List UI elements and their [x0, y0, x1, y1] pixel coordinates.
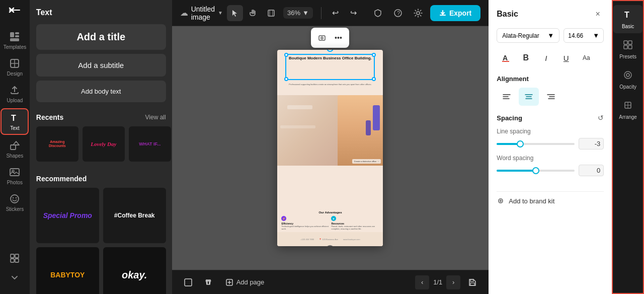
undo-button[interactable]: ↩ [328, 5, 344, 21]
text-panel: Text Add a title Add a subtitle Add body… [30, 0, 172, 294]
svg-rect-3 [15, 35, 19, 37]
align-center-button[interactable] [519, 88, 539, 106]
recent-card-1[interactable]: AmazingDiscounts [36, 126, 78, 162]
tab-basic[interactable]: T Basic [613, 5, 642, 33]
svg-text:A: A [503, 54, 508, 62]
align-left-button[interactable] [497, 88, 517, 106]
svg-rect-9 [11, 145, 16, 150]
file-dropdown-arrow[interactable]: ▼ [218, 10, 223, 16]
arrange-tab-icon [622, 100, 633, 112]
align-right-button[interactable] [541, 88, 561, 106]
svg-text:T: T [624, 11, 629, 19]
chevron-down-icon [9, 272, 20, 283]
right-sidebar: T Basic Presets Opacity [612, 0, 644, 294]
recommended-card-4[interactable]: okay. [103, 247, 166, 294]
page-prev-button[interactable]: ‹ [415, 275, 429, 289]
spacing-reset-button[interactable]: ↺ [598, 114, 604, 122]
word-spacing-label: Word spacing [497, 155, 604, 162]
page-next-button[interactable]: › [446, 275, 460, 289]
word-spacing-thumb[interactable] [532, 167, 539, 174]
cursor-tool-button[interactable] [227, 5, 243, 21]
hand-tool-button[interactable] [245, 5, 261, 21]
size-dropdown-arrow: ▼ [593, 32, 599, 39]
recents-header: Recents View all [36, 113, 166, 121]
sidebar-item-photos[interactable]: Photos [1, 164, 29, 188]
sidebar-item-extra[interactable] [1, 250, 29, 267]
upload-icon [9, 85, 20, 96]
sidebar-item-expand[interactable] [1, 269, 29, 286]
alignment-label: Alignment [497, 75, 604, 83]
panel-title: Text [36, 8, 166, 17]
add-body-button[interactable]: Add body text [36, 81, 166, 102]
svg-point-13 [11, 195, 19, 203]
font-size-select[interactable]: 14.66 ▼ [564, 28, 604, 43]
line-spacing-thumb[interactable] [517, 140, 524, 148]
recent-card-3[interactable]: WHAT IF... [129, 126, 171, 162]
word-spacing-value[interactable]: 0 [579, 165, 604, 176]
add-title-button[interactable]: Add a title [36, 24, 166, 50]
more-options-float-button[interactable]: ••• [331, 31, 345, 45]
help-button[interactable]: ? [390, 5, 406, 21]
canvas-document[interactable]: ↻ Boutique Modern Business Office Buildi… [277, 50, 383, 246]
svg-point-25 [417, 12, 420, 15]
sidebar-item-upload[interactable]: Upload [1, 82, 29, 106]
export-button[interactable]: Export [430, 5, 480, 21]
shield-icon-button[interactable] [370, 5, 386, 21]
app-logo[interactable] [6, 4, 24, 22]
save-button[interactable] [464, 274, 480, 290]
word-spacing-track[interactable] [497, 170, 575, 172]
word-spacing-row: Word spacing 0 [497, 155, 604, 176]
canvas-document-wrapper: ••• ↻ Boutique Modern Business Office Bu… [277, 50, 383, 246]
tab-arrange[interactable]: Arrange [613, 96, 642, 124]
sidebar-item-shapes[interactable]: Shapes [1, 137, 29, 162]
main-area: ☁ Untitled image ▼ [172, 0, 489, 294]
recommended-grid: Special Promo #Coffee Break BABYTOY okay… [36, 188, 166, 294]
sidebar-item-templates[interactable]: Templates [1, 28, 29, 53]
redo-button[interactable]: ↪ [346, 5, 362, 21]
underline-button[interactable]: U [557, 49, 575, 67]
top-tools: 36% ▼ ↩ ↪ [227, 5, 362, 21]
svg-rect-4 [10, 38, 19, 41]
settings-button[interactable] [410, 5, 426, 21]
recommended-header: Recommended [36, 175, 166, 183]
recent-card-2[interactable]: Lovely Day [83, 126, 125, 162]
screenshot-float-button[interactable] [315, 31, 329, 45]
text-color-button[interactable]: A [497, 49, 515, 67]
sidebar-item-stickers[interactable]: Stickers [1, 190, 29, 215]
divider [321, 7, 321, 19]
svg-rect-34 [470, 279, 473, 281]
left-toolbar: Templates Design Upload T Text [0, 0, 30, 294]
line-spacing-value[interactable]: -3 [579, 138, 604, 150]
svg-rect-1 [10, 32, 14, 37]
close-panel-button[interactable]: × [592, 8, 604, 20]
canvas-footer: +123 456 7890 📍 123 Business Ave www.bou… [277, 232, 383, 246]
canvas-advantages: Our Advantages ⚡ Efficiency Technologica… [277, 209, 383, 232]
bottom-bar: Add page ‹ 1/1 › [172, 270, 489, 294]
sidebar-item-design[interactable]: Design [1, 55, 29, 80]
canvas-area[interactable]: Page 1 ••• [172, 26, 489, 270]
add-page-button[interactable]: Add page [220, 275, 270, 289]
frame-tool-button[interactable] [263, 5, 279, 21]
recommended-card-3[interactable]: BABYTOY [36, 247, 99, 294]
zoom-control[interactable]: 36% ▼ [283, 7, 313, 19]
frame-page-button[interactable] [180, 274, 196, 290]
word-spacing-control: 0 [497, 165, 604, 176]
view-all-link[interactable]: View all [145, 114, 166, 121]
sidebar-item-text[interactable]: T Text [1, 108, 29, 135]
delete-page-button[interactable] [200, 274, 216, 290]
tab-presets[interactable]: Presets [613, 35, 642, 63]
recommended-card-1[interactable]: Special Promo [36, 188, 99, 243]
font-family-select[interactable]: Alata-Regular ▼ [497, 28, 559, 43]
italic-button[interactable]: I [537, 49, 555, 67]
case-button[interactable]: Aa [577, 49, 595, 67]
brand-kit-button[interactable]: Add to brand kit [497, 191, 604, 210]
line-spacing-track[interactable] [497, 143, 575, 145]
add-subtitle-button[interactable]: Add a subtitle [36, 54, 166, 77]
basic-tab-icon: T [622, 9, 633, 22]
line-spacing-label: Line spacing [497, 128, 604, 135]
tab-opacity[interactable]: Opacity [613, 65, 642, 94]
recommended-card-2[interactable]: #Coffee Break [103, 188, 166, 243]
recents-title: Recents [36, 113, 63, 121]
svg-text:T: T [11, 114, 16, 122]
bold-button[interactable]: B [517, 49, 535, 67]
